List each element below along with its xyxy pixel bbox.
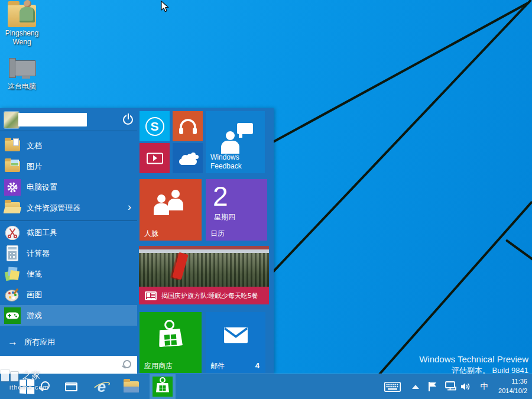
mail-unread-badge: 4 xyxy=(255,361,259,370)
tile-video[interactable] xyxy=(140,143,170,173)
tile-store[interactable]: 应用商店 xyxy=(140,312,202,373)
ime-language-label: 中 xyxy=(481,381,488,392)
file-explorer-icon xyxy=(4,199,21,217)
taskbar-search-button[interactable] xyxy=(31,374,57,399)
chevron-right-icon[interactable]: › xyxy=(128,202,131,212)
chevron-up-icon xyxy=(412,385,419,389)
user-avatar[interactable] xyxy=(4,112,19,128)
all-apps-label: 所有应用 xyxy=(24,337,55,348)
tile-label: 人脉 xyxy=(144,229,158,238)
clock-time: 11:36 xyxy=(498,377,527,387)
tile-label: 应用商店 xyxy=(144,362,173,370)
calendar-day: 2 xyxy=(213,180,228,212)
newspaper-icon xyxy=(145,291,157,300)
search-input[interactable] xyxy=(0,356,121,374)
menu-item-label: 文件资源管理器 xyxy=(27,203,80,213)
menu-item-pictures[interactable]: 图片 xyxy=(0,156,137,177)
flag-icon xyxy=(428,381,437,392)
menu-item-label: 截图工具 xyxy=(27,228,57,238)
menu-item-file-explorer[interactable]: 文件资源管理器 › xyxy=(0,197,137,218)
menu-item-documents[interactable]: 文档 xyxy=(0,135,137,156)
menu-item-calculator[interactable]: 计算器 xyxy=(0,243,137,264)
tile-people[interactable]: 人脉 xyxy=(140,179,202,241)
sticky-notes-icon xyxy=(4,265,21,283)
menu-item-label: 图片 xyxy=(27,161,42,172)
desktop-icon-user-folder[interactable]: Pingsheng Weng xyxy=(0,5,44,47)
desktop-icon-label: Pingsheng Weng xyxy=(0,29,44,47)
desktop-icon-this-pc[interactable]: 这台电脑 xyxy=(0,57,44,91)
windows-build-watermark: Windows Technical Preview 评估副本。 Build 98… xyxy=(419,354,528,376)
store-bag-icon xyxy=(158,326,183,348)
watermark-line1: Windows Technical Preview xyxy=(419,354,528,364)
tile-label: Windows Feedback xyxy=(210,153,248,170)
speaker-icon xyxy=(460,382,472,391)
menu-item-paint[interactable]: 画图 xyxy=(0,284,137,305)
tile-mail[interactable]: 邮件 4 xyxy=(206,312,265,373)
volume-button[interactable] xyxy=(458,374,474,399)
tile-label: 日历 xyxy=(210,229,225,238)
menu-item-snipping-tool[interactable]: 截图工具 xyxy=(0,222,137,243)
menu-item-sticky-notes[interactable]: 便笺 xyxy=(0,264,137,284)
window-icon xyxy=(65,382,77,391)
start-search-box xyxy=(0,356,137,374)
wallpaper-beam-line xyxy=(270,0,532,275)
wallpaper-beam-line xyxy=(505,239,532,262)
calculator-icon xyxy=(4,245,21,262)
skype-icon: S xyxy=(145,117,164,136)
taskbar-file-explorer[interactable] xyxy=(118,374,144,399)
folder-icon xyxy=(124,381,139,392)
tile-skype[interactable]: S xyxy=(140,111,170,141)
ime-indicator[interactable]: 中 xyxy=(476,374,492,399)
envelope-icon xyxy=(224,327,248,343)
news-photo xyxy=(139,246,269,287)
store-icon xyxy=(153,377,173,397)
taskbar: e 中 11:36 2014/10/2 xyxy=(0,374,532,399)
tile-news[interactable]: 揭国庆护旗方队:睡眠少每天吃5餐 xyxy=(139,246,269,304)
news-headline: 揭国庆护旗方队:睡眠少每天吃5餐 xyxy=(161,291,262,300)
tile-music[interactable] xyxy=(173,111,203,141)
menu-item-pc-settings[interactable]: 电脑设置 xyxy=(0,177,137,197)
pictures-folder-icon xyxy=(4,158,21,176)
news-headline-bar: 揭国庆护旗方队:睡眠少每天吃5餐 xyxy=(139,287,269,304)
keyboard-icon xyxy=(384,382,401,392)
tile-onedrive[interactable] xyxy=(173,143,203,173)
games-gamepad-icon xyxy=(4,307,21,325)
tile-calendar[interactable]: 2 星期四 日历 xyxy=(206,179,267,241)
menu-item-games[interactable]: 游戏 xyxy=(0,305,137,326)
taskbar-internet-explorer[interactable]: e xyxy=(89,374,115,399)
action-center-button[interactable] xyxy=(424,374,441,399)
clock-date: 2014/10/2 xyxy=(498,387,527,396)
user-folder-icon xyxy=(8,5,36,27)
person-speech-bubble-icon xyxy=(220,126,251,154)
menu-item-label: 电脑设置 xyxy=(27,182,57,193)
documents-folder-icon xyxy=(4,137,21,155)
menu-item-label: 计算器 xyxy=(27,248,50,259)
menu-item-label: 游戏 xyxy=(27,310,42,321)
all-apps-button[interactable]: → 所有应用 xyxy=(0,333,137,351)
taskbar-clock[interactable]: 11:36 2014/10/2 xyxy=(498,377,527,396)
headphones-icon xyxy=(178,117,198,136)
pc-settings-gear-icon xyxy=(4,179,21,196)
menu-divider xyxy=(0,220,137,221)
search-icon[interactable] xyxy=(121,359,132,370)
task-view-button[interactable] xyxy=(58,374,84,399)
paint-icon xyxy=(4,286,21,304)
tile-label: 邮件 xyxy=(210,362,225,370)
this-pc-icon xyxy=(7,57,37,80)
power-button[interactable] xyxy=(121,113,135,126)
wallpaper-beam-line xyxy=(268,2,529,145)
start-menu: 文档 图片 电脑设置 文件资源管理器 › 截图工具 计算器 便笺 xyxy=(0,108,274,374)
taskbar-store-active[interactable] xyxy=(150,374,176,399)
show-hidden-icons-button[interactable] xyxy=(408,374,423,399)
start-menu-header xyxy=(0,108,137,131)
video-play-icon xyxy=(147,153,163,164)
menu-item-label: 便笺 xyxy=(27,269,42,280)
user-name-box[interactable] xyxy=(18,113,87,126)
search-icon xyxy=(38,381,50,392)
tile-windows-feedback[interactable]: Windows Feedback xyxy=(206,111,265,173)
calendar-weekday: 星期四 xyxy=(214,212,235,222)
mouse-cursor xyxy=(161,1,170,13)
touch-keyboard-button[interactable] xyxy=(381,374,404,399)
menu-item-label: 画图 xyxy=(27,290,42,300)
right-arrow-icon: → xyxy=(8,336,21,348)
